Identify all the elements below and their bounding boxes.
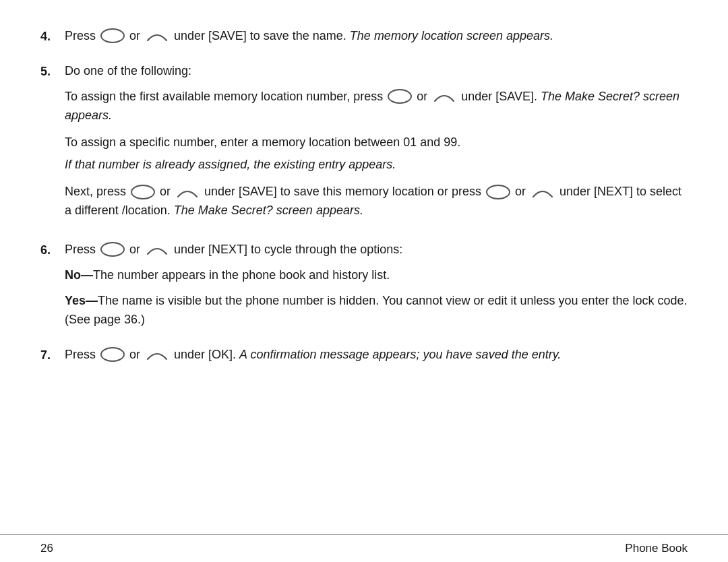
- step-4-italic: The memory location screen appears.: [350, 29, 553, 42]
- step-6-text: Press or under [NEXT] to cycle through t…: [65, 241, 688, 259]
- step-6-no-label: No—: [65, 268, 93, 282]
- step-5-number: 5.: [40, 62, 65, 82]
- step-4-text: Press or under [SAVE] to save the name. …: [65, 27, 688, 46]
- step-6-no: No—The number appears in the phone book …: [65, 266, 688, 285]
- step-6-no-text: The number appears in the phone book and…: [93, 268, 390, 282]
- button-curved-5b: [175, 185, 200, 199]
- step-7-content: Press or under [OK]. A confirmation mess…: [65, 346, 688, 369]
- step-6: 6. Press or under [NEXT] to cycle throug…: [40, 241, 688, 334]
- step-5: 5. Do one of the following: To assign th…: [40, 62, 688, 228]
- step-6-content: Press or under [NEXT] to cycle through t…: [65, 241, 688, 334]
- button-oval-7a: [100, 347, 125, 362]
- step-4-number: 4.: [40, 27, 65, 46]
- footer-page-number: 26: [40, 542, 53, 555]
- button-curved-6a: [145, 242, 169, 257]
- button-oval-4a: [100, 28, 125, 43]
- page-footer: 26 Phone Book: [0, 534, 728, 562]
- button-oval-5c: [486, 185, 510, 199]
- button-curved-5c: [530, 185, 555, 199]
- step-6-number: 6.: [40, 241, 65, 260]
- step-5-content: Do one of the following: To assign the f…: [65, 62, 688, 228]
- step-7-italic: A confirmation message appears; you have…: [239, 348, 561, 361]
- step-6-yes-label: Yes—: [65, 294, 98, 307]
- button-oval-5a: [388, 89, 412, 104]
- step-7-number: 7.: [40, 346, 65, 365]
- step-4: 4. Press or under [SAVE] to save the nam…: [40, 27, 688, 50]
- step-5-sub-1-italic: The Make Secret? screen appears.: [65, 90, 679, 122]
- step-5-sub-1: To assign the first available memory loc…: [65, 88, 688, 125]
- step-5-intro: Do one of the following:: [65, 62, 688, 81]
- button-curved-4a: [145, 28, 169, 43]
- step-6-yes-text: The name is visible but the phone number…: [65, 294, 688, 326]
- button-oval-5b: [131, 185, 155, 199]
- step-5-sub-2-text: To assign a specific number, enter a mem…: [65, 133, 688, 152]
- step-5-sub-2-italic: If that number is already assigned, the …: [65, 156, 688, 175]
- step-5-sub-1-text: To assign the first available memory loc…: [65, 88, 688, 125]
- step-7: 7. Press or under [OK]. A confirmation m…: [40, 346, 688, 369]
- step-4-content: Press or under [SAVE] to save the name. …: [65, 27, 688, 50]
- step-5-sub-3-italic: The Make Secret? screen appears.: [174, 204, 363, 217]
- button-curved-7a: [145, 347, 169, 362]
- step-5-sub-2: To assign a specific number, enter a mem…: [65, 133, 688, 175]
- footer-section-name: Phone Book: [625, 542, 688, 555]
- step-6-yes: Yes—The name is visible but the phone nu…: [65, 292, 688, 330]
- step-5-sub-3: Next, press or under [SAVE] to save this…: [65, 183, 688, 220]
- button-oval-6a: [100, 242, 125, 257]
- page-content: 4. Press or under [SAVE] to save the nam…: [0, 0, 728, 534]
- step-7-text: Press or under [OK]. A confirmation mess…: [65, 346, 688, 365]
- step-5-sub-3-text: Next, press or under [SAVE] to save this…: [65, 183, 688, 220]
- button-curved-5a: [432, 89, 456, 104]
